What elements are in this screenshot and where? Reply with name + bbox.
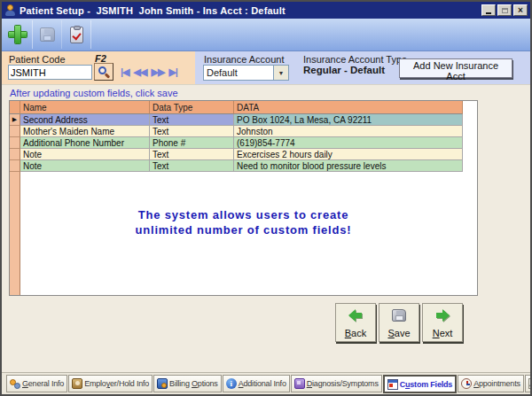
column-header-data-type[interactable]: Data Type xyxy=(150,101,234,114)
custom-fields-grid: Name Data Type DATA ▶ Second Address Tex… xyxy=(9,100,478,296)
row-indicator: ▶ xyxy=(10,114,20,126)
previous-record-button[interactable]: ◀◀ xyxy=(134,65,147,79)
insurance-account-type-label: Insurance Account Type xyxy=(303,54,407,65)
cell-type: Text xyxy=(150,114,234,126)
cell-name: Second Address xyxy=(20,114,150,126)
close-button[interactable]: × xyxy=(513,4,528,16)
appointments-icon xyxy=(461,378,472,389)
grid-row[interactable]: Mother's Maiden Name Text Johnston xyxy=(10,126,477,137)
tab-label: Billing Options xyxy=(169,379,218,388)
tab-label: Additional Info xyxy=(239,379,286,388)
plus-icon xyxy=(8,25,27,44)
clipboard-check-icon xyxy=(70,27,83,43)
cell-name: Note xyxy=(20,149,150,160)
new-patient-button[interactable] xyxy=(4,20,33,49)
tab-custom-fields[interactable]: Custom Fields xyxy=(383,375,457,393)
custom-fields-icon xyxy=(387,379,398,390)
cell-type: Text xyxy=(150,149,234,160)
window-title: Patient Setup - JSMITH John Smith - Ins … xyxy=(20,5,480,16)
save-button[interactable]: Save xyxy=(379,303,419,342)
tab-billing-options[interactable]: Billing Options xyxy=(153,375,222,392)
maximize-icon xyxy=(502,8,508,13)
floppy-icon xyxy=(40,27,55,42)
cell-type: Text xyxy=(150,126,234,137)
arrow-right-icon xyxy=(435,309,450,322)
grid-row[interactable]: Note Text Excercises 2 hours daily xyxy=(10,149,477,160)
tab-general-info[interactable]: General Info xyxy=(6,375,67,392)
main-toolbar xyxy=(2,19,530,51)
diagnosis-icon xyxy=(294,378,305,389)
tab-label: General Info xyxy=(22,379,64,388)
next-record-button[interactable]: ▶▶ xyxy=(151,65,164,79)
magnifier-icon xyxy=(98,66,110,78)
tab-label: Employer/Hold Info xyxy=(84,379,149,388)
custom-fields-page: After updating custom fields, click save… xyxy=(2,84,530,372)
first-record-button[interactable]: |◀ xyxy=(121,65,129,79)
save-toolbar-button[interactable] xyxy=(33,20,62,49)
cell-type: Phone # xyxy=(150,137,234,149)
patient-app-icon xyxy=(4,4,16,16)
grid-row[interactable]: ▶ Second Address Text PO Box 1024, La Me… xyxy=(10,114,477,126)
minimize-button[interactable] xyxy=(481,4,496,16)
maximize-button[interactable] xyxy=(497,4,512,16)
nav-button-label: Next xyxy=(433,328,453,338)
column-header-data[interactable]: DATA xyxy=(234,101,463,114)
nav-button-label: Back xyxy=(345,328,366,338)
billing-icon xyxy=(157,378,168,389)
floppy-icon xyxy=(392,309,406,322)
notes-icon xyxy=(528,378,530,389)
row-indicator-header xyxy=(10,101,20,114)
column-header-name[interactable]: Name xyxy=(20,101,150,114)
insurance-account-select[interactable]: Default ▼ xyxy=(203,65,289,81)
grid-row[interactable]: Additional Phone Number Phone # (619)854… xyxy=(10,137,477,149)
nav-buttons: Back Save Next xyxy=(335,303,463,342)
tab-appointments[interactable]: Appointments xyxy=(458,375,524,392)
patient-code-input[interactable] xyxy=(8,65,92,80)
add-new-insurance-acct-button[interactable]: Add New Insurance Acct xyxy=(399,58,512,78)
cell-data: Excercises 2 hours daily xyxy=(234,149,463,160)
chevron-down-icon[interactable]: ▼ xyxy=(273,66,288,80)
people-icon xyxy=(10,378,20,389)
grid-row[interactable]: Note Text Need to monitor blood pressure… xyxy=(10,160,477,172)
back-button[interactable]: Back xyxy=(335,303,376,342)
patient-code-label: Patient Code xyxy=(9,54,66,65)
cell-name: Additional Phone Number xyxy=(20,137,150,149)
tab-label: Appointments xyxy=(473,379,520,388)
insurance-account-type-value: Regular - Default xyxy=(303,65,385,75)
next-button[interactable]: Next xyxy=(422,303,463,342)
bottom-tab-bar: General Info Employer/Hold Info Billing … xyxy=(2,372,530,394)
cell-name: Note xyxy=(20,160,150,172)
patient-setup-window: Patient Setup - JSMITH John Smith - Ins … xyxy=(0,0,532,396)
tab-patient-notes[interactable]: Patient Notes xyxy=(525,375,530,392)
nav-button-label: Save xyxy=(387,328,410,338)
row-indicator xyxy=(10,160,20,172)
custom-fields-message: The system allows users to create unlimi… xyxy=(10,207,477,237)
employer-icon xyxy=(72,378,82,389)
insurance-account-label: Insurance Account xyxy=(204,54,285,65)
grid-header-row: Name Data Type DATA xyxy=(10,101,477,114)
tab-employer-hold-info[interactable]: Employer/Hold Info xyxy=(68,375,153,392)
insurance-account-value: Default xyxy=(204,66,273,80)
row-indicator xyxy=(10,149,20,160)
cell-data: Johnston xyxy=(234,126,463,137)
message-line-1: The system allows users to create xyxy=(10,207,477,222)
save-notice-text: After updating custom fields, click save xyxy=(10,88,178,98)
close-icon: × xyxy=(518,6,523,15)
last-record-button[interactable]: ▶| xyxy=(168,65,177,79)
insurance-panel: Insurance Account Default ▼ Insurance Ac… xyxy=(195,51,530,84)
verify-button[interactable] xyxy=(62,20,91,49)
cell-type: Text xyxy=(150,160,234,172)
tab-diagnosis-symptoms[interactable]: Diagnosis/Symptoms xyxy=(291,375,382,392)
tab-additional-info[interactable]: Additional Info xyxy=(223,375,290,392)
row-indicator xyxy=(10,137,20,149)
row-indicator xyxy=(10,126,20,137)
title-bar: Patient Setup - JSMITH John Smith - Ins … xyxy=(2,2,530,19)
arrow-left-icon xyxy=(348,309,363,322)
patient-panel: Patient Code F2 |◀ ◀◀ ▶▶ ▶| xyxy=(2,51,195,84)
patient-search-button[interactable] xyxy=(94,63,113,81)
info-icon xyxy=(226,378,237,389)
minimize-icon xyxy=(486,12,491,14)
header-strip: Patient Code F2 |◀ ◀◀ ▶▶ ▶| Insurance Ac… xyxy=(2,51,530,84)
cell-data: Need to monitor blood pressure levels xyxy=(234,160,463,172)
message-line-2: unlimited number of custom fields! xyxy=(10,222,477,237)
